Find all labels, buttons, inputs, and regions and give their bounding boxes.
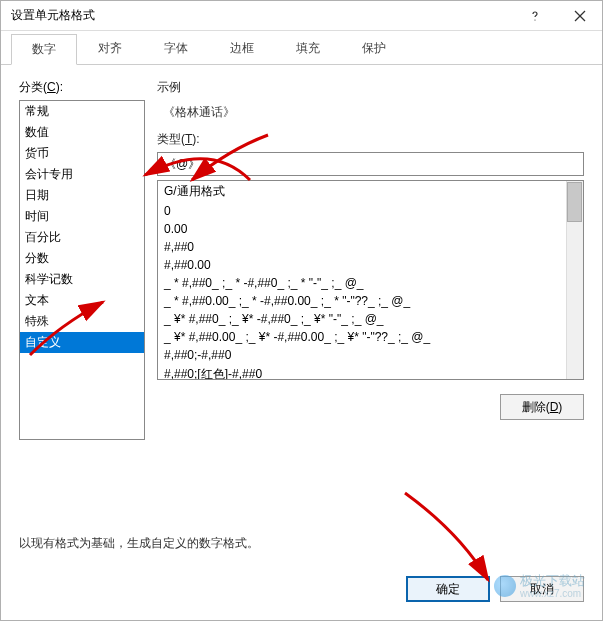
tab-number[interactable]: 数字 <box>11 34 77 65</box>
dialog-title: 设置单元格格式 <box>11 7 95 24</box>
format-item[interactable]: #,##0.00 <box>158 256 583 274</box>
tab-border[interactable]: 边框 <box>209 33 275 64</box>
delete-button[interactable]: 删除(D) <box>500 394 584 420</box>
tab-alignment[interactable]: 对齐 <box>77 33 143 64</box>
svg-point-0 <box>534 19 535 20</box>
format-item[interactable]: _ ¥* #,##0.00_ ;_ ¥* -#,##0.00_ ;_ ¥* "-… <box>158 328 583 346</box>
format-item[interactable]: _ * #,##0_ ;_ * -#,##0_ ;_ * "-"_ ;_ @_ <box>158 274 583 292</box>
category-label: 分类(C): <box>19 79 145 96</box>
category-item-fraction[interactable]: 分数 <box>20 248 144 269</box>
category-item-accounting[interactable]: 会计专用 <box>20 164 144 185</box>
category-item-special[interactable]: 特殊 <box>20 311 144 332</box>
category-item-custom[interactable]: 自定义 <box>20 332 144 353</box>
scrollbar-track[interactable] <box>566 181 583 379</box>
scrollbar-thumb[interactable] <box>567 182 582 222</box>
footer: 确定 取消 <box>1 562 602 620</box>
type-label: 类型(T): <box>157 131 584 148</box>
format-list[interactable]: G/通用格式 0 0.00 #,##0 #,##0.00 _ * #,##0_ … <box>157 180 584 380</box>
category-list[interactable]: 常规 数值 货币 会计专用 日期 时间 百分比 分数 科学记数 文本 特殊 自定… <box>19 100 145 440</box>
help-button[interactable] <box>512 1 557 30</box>
category-item-scientific[interactable]: 科学记数 <box>20 269 144 290</box>
format-item[interactable]: 0.00 <box>158 220 583 238</box>
format-item[interactable]: _ * #,##0.00_ ;_ * -#,##0.00_ ;_ * "-"??… <box>158 292 583 310</box>
cancel-button[interactable]: 取消 <box>500 576 584 602</box>
format-item[interactable]: #,##0;-#,##0 <box>158 346 583 364</box>
type-input[interactable] <box>157 152 584 176</box>
format-item[interactable]: #,##0 <box>158 238 583 256</box>
category-item-date[interactable]: 日期 <box>20 185 144 206</box>
format-item[interactable]: G/通用格式 <box>158 181 583 202</box>
category-item-currency[interactable]: 货币 <box>20 143 144 164</box>
window-controls <box>512 1 602 30</box>
format-cells-dialog: 设置单元格格式 数字 对齐 字体 边框 填充 保护 分类(C): 常规 数值 货… <box>0 0 603 621</box>
category-column: 分类(C): 常规 数值 货币 会计专用 日期 时间 百分比 分数 科学记数 文… <box>19 79 145 525</box>
help-text: 以现有格式为基础，生成自定义的数字格式。 <box>1 525 602 562</box>
example-label: 示例 <box>157 79 584 96</box>
example-box: 《格林通话》 <box>157 100 584 131</box>
format-item[interactable]: _ ¥* #,##0_ ;_ ¥* -#,##0_ ;_ ¥* "-"_ ;_ … <box>158 310 583 328</box>
category-item-number[interactable]: 数值 <box>20 122 144 143</box>
content: 分类(C): 常规 数值 货币 会计专用 日期 时间 百分比 分数 科学记数 文… <box>1 65 602 525</box>
example-value: 《格林通话》 <box>157 104 584 121</box>
category-item-percentage[interactable]: 百分比 <box>20 227 144 248</box>
tab-font[interactable]: 字体 <box>143 33 209 64</box>
delete-row: 删除(D) <box>157 394 584 420</box>
category-item-time[interactable]: 时间 <box>20 206 144 227</box>
close-button[interactable] <box>557 1 602 30</box>
category-item-text[interactable]: 文本 <box>20 290 144 311</box>
category-item-general[interactable]: 常规 <box>20 101 144 122</box>
format-item[interactable]: 0 <box>158 202 583 220</box>
tab-protection[interactable]: 保护 <box>341 33 407 64</box>
tabs: 数字 对齐 字体 边框 填充 保护 <box>1 37 602 65</box>
titlebar: 设置单元格格式 <box>1 1 602 31</box>
tab-fill[interactable]: 填充 <box>275 33 341 64</box>
format-item[interactable]: #,##0;[红色]-#,##0 <box>158 364 583 380</box>
right-column: 示例 《格林通话》 类型(T): G/通用格式 0 0.00 #,##0 #,#… <box>157 79 584 525</box>
ok-button[interactable]: 确定 <box>406 576 490 602</box>
